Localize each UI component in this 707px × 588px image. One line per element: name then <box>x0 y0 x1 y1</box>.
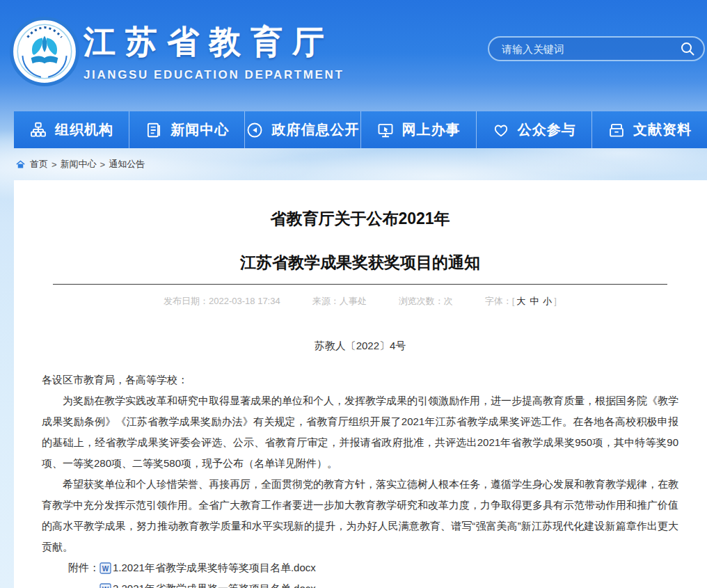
font-size-controls: 字体：[大中小] <box>485 295 557 308</box>
article-title-line2: 江苏省教学成果奖获奖项目的通知 <box>42 255 678 271</box>
view-count-value: 次 <box>444 296 453 306</box>
attachment-file-name: 2.2021年省教学成果奖一等奖项目名单.docx <box>113 578 316 588</box>
title-divider <box>53 284 667 285</box>
site-title: 江苏省教育厅 <box>84 21 344 64</box>
nav-item-documents[interactable]: 文献资料 <box>591 111 707 148</box>
attachment-files: W 1.2021年省教学成果奖特等奖项目名单.docx W 2.2021年省教学… <box>100 557 316 588</box>
source: 来源：人事处 <box>312 295 367 308</box>
breadcrumb-separator: > <box>51 159 57 170</box>
word-doc-icon: W <box>100 562 111 574</box>
paragraph: 为奖励在教学实践改革和研究中取得显著成果的单位和个人，发挥教学成果的引领激励作用… <box>42 390 678 474</box>
article-panel: 省教育厅关于公布2021年 江苏省教学成果奖获奖项目的通知 发布日期：2022-… <box>14 180 707 588</box>
salutation: 各设区市教育局，各高等学校： <box>42 370 678 390</box>
online-service-icon <box>376 121 395 139</box>
view-count: 浏览次数：次 <box>399 295 453 308</box>
site-header: 江苏省教育厅 JIANGSU EDUCATION DEPARTMENT <box>0 0 707 111</box>
info-disclosure-icon <box>246 121 264 139</box>
nav-item-news-center[interactable]: 新闻中心 <box>129 111 244 148</box>
site-subtitle: JIANGSU EDUCATION DEPARTMENT <box>84 68 344 82</box>
bracket: [ <box>512 296 515 306</box>
article-body: 各设区市教育局，各高等学校： 为奖励在教学实践改革和研究中取得显著成果的单位和个… <box>42 370 678 588</box>
svg-text:W: W <box>102 564 109 572</box>
nav-item-label: 政府信息公开 <box>271 120 359 139</box>
svg-text:W: W <box>102 585 109 588</box>
archive-icon <box>607 121 626 139</box>
nav-item-organization[interactable]: 组织机构 <box>14 111 129 148</box>
search-input[interactable] <box>500 42 678 56</box>
font-size-small-button[interactable]: 小 <box>543 296 552 306</box>
breadcrumb-separator: > <box>100 159 106 170</box>
main-nav: 组织机构 新闻中心 政府信息公开 网上办事 <box>14 111 707 148</box>
search-button[interactable] <box>678 40 697 58</box>
nav-item-label: 网上办事 <box>402 120 461 139</box>
source-value: 人事处 <box>340 296 367 306</box>
breadcrumb-home[interactable]: 首页 <box>30 158 48 170</box>
nav-item-label: 公众参与 <box>518 120 576 139</box>
nav-item-label: 组织机构 <box>55 120 113 139</box>
article-title-line1: 省教育厅关于公布2021年 <box>42 211 678 227</box>
article-title: 省教育厅关于公布2021年 江苏省教学成果奖获奖项目的通知 <box>42 211 678 271</box>
font-size-label: 字体： <box>485 296 512 306</box>
site-logo[interactable] <box>9 16 80 87</box>
nav-item-public-participation[interactable]: 公众参与 <box>476 111 591 148</box>
document-number: 苏教人〔2022〕4号 <box>42 340 678 353</box>
nav-item-online-service[interactable]: 网上办事 <box>360 111 476 148</box>
publish-date-label: 发布日期： <box>164 296 209 306</box>
search-box <box>488 36 705 61</box>
view-count-label: 浏览次数： <box>399 296 444 306</box>
nav-item-label: 新闻中心 <box>170 120 229 139</box>
news-icon <box>145 121 163 139</box>
org-chart-icon <box>29 121 47 139</box>
site-brand: 江苏省教育厅 JIANGSU EDUCATION DEPARTMENT <box>84 21 344 82</box>
heart-icon <box>492 121 510 139</box>
bracket: ] <box>554 296 557 306</box>
nav-item-label: 文献资料 <box>633 120 692 139</box>
attachment-link-2[interactable]: W 2.2021年省教学成果奖一等奖项目名单.docx <box>100 578 316 588</box>
publish-date: 发布日期：2022-03-18 17:34 <box>164 295 280 308</box>
font-size-medium-button[interactable]: 中 <box>530 296 539 306</box>
attachments-label: 附件： <box>68 557 100 588</box>
breadcrumb: 首页 > 新闻中心 > 通知公告 <box>0 148 707 180</box>
font-size-large-button[interactable]: 大 <box>516 296 525 306</box>
jiangsu-education-department-emblem <box>9 16 80 87</box>
attachment-file-name: 1.2021年省教学成果奖特等奖项目名单.docx <box>113 557 316 578</box>
source-label: 来源： <box>312 296 340 306</box>
article-meta: 发布日期：2022-03-18 17:34 来源：人事处 浏览次数：次 字体：[… <box>42 295 678 308</box>
breadcrumb-notices[interactable]: 通知公告 <box>109 158 145 170</box>
home-icon <box>15 159 26 170</box>
word-doc-icon: W <box>100 583 111 588</box>
attachments: 附件： W 1.2021年省教学成果奖特等奖项目名单.docx <box>68 557 678 588</box>
paragraph: 希望获奖单位和个人珍惜荣誉、再接再厉，全面贯彻党的教育方针，落实立德树人根本任务… <box>42 474 678 557</box>
nav-item-gov-info-disclosure[interactable]: 政府信息公开 <box>244 111 360 148</box>
breadcrumb-news-center[interactable]: 新闻中心 <box>61 158 97 170</box>
attachment-link-1[interactable]: W 1.2021年省教学成果奖特等奖项目名单.docx <box>100 557 316 578</box>
magnifier-icon <box>679 40 696 57</box>
publish-date-value: 2022-03-18 17:34 <box>209 296 280 306</box>
